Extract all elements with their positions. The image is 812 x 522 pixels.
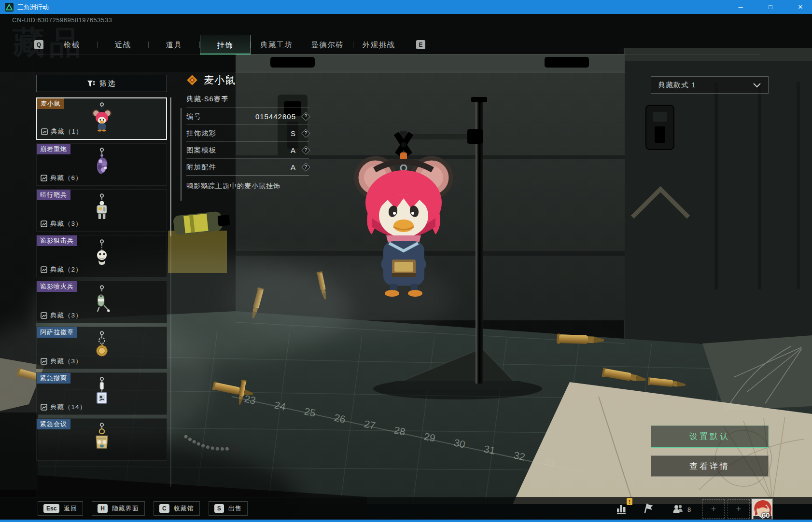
help-icon[interactable]: ? <box>301 129 310 137</box>
taskbar-edge <box>0 520 812 522</box>
sidebar-scrollbar-thumb[interactable] <box>170 97 171 236</box>
charm-card-7[interactable]: 紧急撤离典藏（14） <box>36 372 167 415</box>
window-titlebar: 三角洲行动 ─ □ ✕ <box>0 0 812 14</box>
charm-list: 麦小鼠典藏（1）崩岩重炮典藏（6）暗行哨兵典藏（3）诡影狙击兵典藏（2）诡影喷火… <box>36 97 167 502</box>
detail-season: 典藏-S6赛季 <box>186 90 309 108</box>
game-window: 2324252627282930313233 <box>0 0 812 522</box>
nav-tab-7[interactable]: 外观挑战 <box>353 35 404 55</box>
shortcut-h[interactable]: H隐藏界面 <box>92 501 145 516</box>
charm-card-3[interactable]: 暗行哨兵典藏（3） <box>36 189 167 232</box>
detail-rows: 编号015442805?挂饰炫彩S?图案模板A?附加配件A? <box>186 108 309 176</box>
detail-row-label: 挂饰炫彩 <box>186 129 216 138</box>
style-dropdown-value: 典藏款式 1 <box>658 81 696 90</box>
charm-card-1[interactable]: 麦小鼠典藏（1） <box>36 97 167 140</box>
help-icon-glyph: ? <box>305 131 308 136</box>
help-icon-glyph: ? <box>305 148 308 152</box>
help-icon[interactable]: ? <box>301 112 310 121</box>
filter-button[interactable]: 筛选 <box>36 75 167 92</box>
detail-row-value: A <box>291 146 296 154</box>
mat-ruler-number: 28 <box>393 424 406 437</box>
shortcut-s[interactable]: S出售 <box>209 501 248 516</box>
charm-name-badge: 麦小鼠 <box>37 98 64 109</box>
charm-count: 典藏（3） <box>41 357 83 366</box>
charm-name-badge: 暗行哨兵 <box>37 190 70 200</box>
shortcut-esc[interactable]: Esc返回 <box>38 501 83 516</box>
nav-tab-1[interactable]: 枪械 <box>46 35 97 55</box>
shortcut-c[interactable]: C收藏馆 <box>154 501 200 516</box>
charm-thumbnail <box>88 192 115 224</box>
nav-tab-2[interactable]: 近战 <box>98 35 148 55</box>
set-default-label: 设置默认 <box>689 431 730 442</box>
charm-count-label: 典藏（3） <box>50 311 83 320</box>
charm-count: 典藏（3） <box>41 311 83 320</box>
charm-card-4[interactable]: 诡影狙击兵典藏（2） <box>36 235 167 277</box>
charm-count-label: 典藏（3） <box>50 220 83 228</box>
detail-row-label: 编号 <box>186 112 201 121</box>
charm-count: 典藏（3） <box>41 220 83 228</box>
charm-card-5[interactable]: 诡影喷火兵典藏（3） <box>36 281 167 323</box>
shortcut-label: 收藏馆 <box>174 504 194 513</box>
keycap-s: S <box>214 504 224 513</box>
help-icon[interactable]: ? <box>301 146 310 154</box>
mat-ruler-number: 26 <box>333 412 347 425</box>
player-uid: CN-UID:63072596958197653533 <box>12 16 112 24</box>
charm-name-badge: 崩岩重炮 <box>37 144 70 154</box>
charm-collection-icon <box>41 358 47 365</box>
help-icon-glyph: ? <box>305 114 308 119</box>
detail-scroll-indicator <box>181 108 182 201</box>
nav-tab-4[interactable]: 挂饰 <box>200 35 251 55</box>
charm-name-badge: 阿萨拉徽章 <box>37 327 77 338</box>
stats-icon[interactable] <box>616 503 627 517</box>
charm-thumbnail <box>88 147 115 179</box>
detail-row-label: 图案模板 <box>186 146 216 155</box>
charm-card-6[interactable]: 阿萨拉徽章典藏（3） <box>36 327 167 369</box>
maximize-button[interactable]: □ <box>764 3 777 11</box>
sidebar-scrollbar[interactable] <box>170 97 171 487</box>
report-flag-icon[interactable] <box>643 503 655 517</box>
charm-thumbnail <box>88 376 115 408</box>
avatar-level: 60 <box>762 511 770 519</box>
detail-row-value: S <box>291 129 296 137</box>
charm-thumbnail <box>88 284 115 316</box>
detail-row-label: 附加配件 <box>186 163 216 172</box>
charm-count: 典藏（2） <box>41 265 83 274</box>
social-icon[interactable] <box>672 504 685 516</box>
nav-tab-3[interactable]: 道具 <box>149 35 199 55</box>
nav-tab-6[interactable]: 曼德尔砖 <box>302 35 353 55</box>
view-details-button[interactable]: 查看详情 <box>651 455 769 477</box>
close-button[interactable]: ✕ <box>794 3 807 11</box>
charm-count: 典藏（1） <box>41 127 83 136</box>
charm-collection-icon <box>41 220 47 227</box>
stats-alert-badge: ! <box>627 498 632 505</box>
detail-row-2: 挂饰炫彩S? <box>186 125 309 142</box>
charm-thumbnail <box>88 330 115 362</box>
empty-slot-1[interactable]: + <box>702 499 725 519</box>
charm-thumbnail <box>88 422 115 453</box>
minimize-button[interactable]: ─ <box>734 3 747 11</box>
charm-count-label: 典藏（3） <box>50 357 83 366</box>
set-default-button[interactable]: 设置默认 <box>651 426 769 448</box>
style-dropdown[interactable]: 典藏款式 1 <box>651 76 769 94</box>
mat-ruler-number: 29 <box>423 430 436 443</box>
charm-name-badge: 诡影喷火兵 <box>37 281 77 292</box>
help-icon[interactable]: ? <box>301 163 310 171</box>
charm-thumbnail <box>88 238 115 270</box>
detail-row-1: 编号015442805? <box>186 108 309 125</box>
detail-panel: 麦小鼠 典藏-S6赛季 编号015442805?挂饰炫彩S?图案模板A?附加配件… <box>186 70 309 191</box>
detail-row-4: 附加配件A? <box>186 159 309 176</box>
nav-tab-5[interactable]: 典藏工坊 <box>251 35 302 55</box>
rarity-diamond-icon <box>186 74 198 86</box>
mat-ruler-number: 32 <box>513 449 526 462</box>
charm-card-2[interactable]: 崩岩重炮典藏（6） <box>36 143 167 186</box>
keycap-esc: Esc <box>43 504 59 513</box>
detail-row-value: 015442805 <box>255 112 296 121</box>
shortcut-buttons: Esc返回H隐藏界面C收藏馆S出售 <box>38 501 248 516</box>
charm-name-badge: 紧急会议 <box>37 419 70 429</box>
view-details-label: 查看详情 <box>689 461 730 472</box>
window-controls: ─ □ ✕ <box>734 3 807 11</box>
charm-card-8[interactable]: 紧急会议 <box>36 418 167 461</box>
shortcut-label: 返回 <box>64 504 77 513</box>
empty-slot-2[interactable]: + <box>728 499 750 519</box>
detail-row-value: A <box>291 163 296 171</box>
filter-icon <box>87 80 95 87</box>
